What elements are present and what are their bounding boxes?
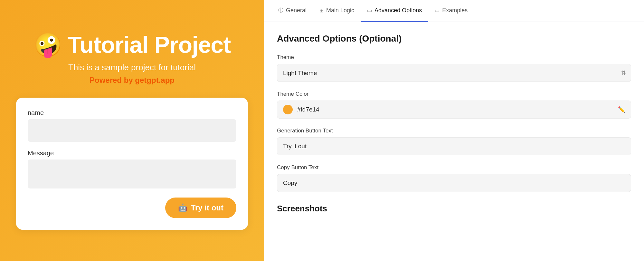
copy-button-text-input[interactable] — [277, 174, 631, 192]
generation-button-text-label: Generation Button Text — [277, 128, 631, 134]
powered-by-text: Powered by — [90, 76, 133, 84]
theme-select[interactable]: Light Theme Dark Theme Auto — [277, 64, 631, 82]
color-dot — [283, 105, 293, 114]
tab-main-logic-label: Main Logic — [326, 7, 354, 14]
powered-by-link[interactable]: getgpt.app — [135, 76, 175, 84]
theme-select-wrapper: Light Theme Dark Theme Auto ⇅ — [277, 64, 631, 82]
tab-advanced-options[interactable]: ▭ Advanced Options — [361, 0, 428, 22]
message-label: Message — [28, 150, 236, 157]
tab-general[interactable]: ⓘ General — [272, 0, 313, 22]
edit-color-icon[interactable]: ✏️ — [618, 106, 625, 113]
tab-advanced-options-label: Advanced Options — [374, 7, 422, 14]
project-title-row: 🤪 Tutorial Project — [33, 32, 231, 58]
theme-color-field[interactable]: #fd7e14 ✏️ — [277, 101, 631, 119]
tab-examples[interactable]: ▭ Examples — [428, 0, 474, 22]
project-emoji: 🤪 — [33, 33, 62, 56]
project-header: 🤪 Tutorial Project This is a sample proj… — [33, 32, 231, 85]
powered-by: Powered by getgpt.app — [90, 76, 175, 85]
right-content: Advanced Options (Optional) Theme Light … — [264, 22, 644, 261]
message-field: Message — [28, 150, 236, 190]
general-icon: ⓘ — [278, 7, 283, 14]
examples-icon: ▭ — [435, 7, 440, 14]
form-footer: 🤖 Try it out — [28, 198, 236, 218]
project-subtitle: This is a sample project for tutorial — [68, 63, 196, 72]
advanced-options-icon: ▭ — [367, 7, 372, 14]
left-panel: 🤪 Tutorial Project This is a sample proj… — [0, 0, 264, 261]
tabs-bar: ⓘ General ⊞ Main Logic ▭ Advanced Option… — [264, 0, 644, 22]
tab-main-logic[interactable]: ⊞ Main Logic — [313, 0, 361, 22]
copy-button-text-label: Copy Button Text — [277, 164, 631, 171]
try-button-label: Try it out — [191, 203, 223, 212]
project-title: Tutorial Project — [68, 32, 231, 58]
section-title: Advanced Options (Optional) — [277, 34, 631, 44]
form-card: name Message 🤖 Try it out — [16, 98, 248, 230]
color-value: #fd7e14 — [297, 106, 613, 113]
right-panel: ⓘ General ⊞ Main Logic ▭ Advanced Option… — [264, 0, 644, 261]
screenshots-title: Screenshots — [277, 204, 631, 214]
main-logic-icon: ⊞ — [319, 7, 324, 14]
message-input[interactable] — [28, 160, 236, 188]
theme-label: Theme — [277, 54, 631, 61]
tab-examples-label: Examples — [442, 7, 468, 14]
try-button-icon: 🤖 — [178, 203, 188, 212]
theme-color-label: Theme Color — [277, 91, 631, 97]
name-label: name — [28, 109, 236, 117]
name-input[interactable] — [28, 119, 236, 142]
tab-general-label: General — [286, 7, 307, 14]
name-field: name — [28, 109, 236, 142]
try-it-out-button[interactable]: 🤖 Try it out — [165, 198, 236, 218]
generation-button-text-input[interactable] — [277, 137, 631, 155]
